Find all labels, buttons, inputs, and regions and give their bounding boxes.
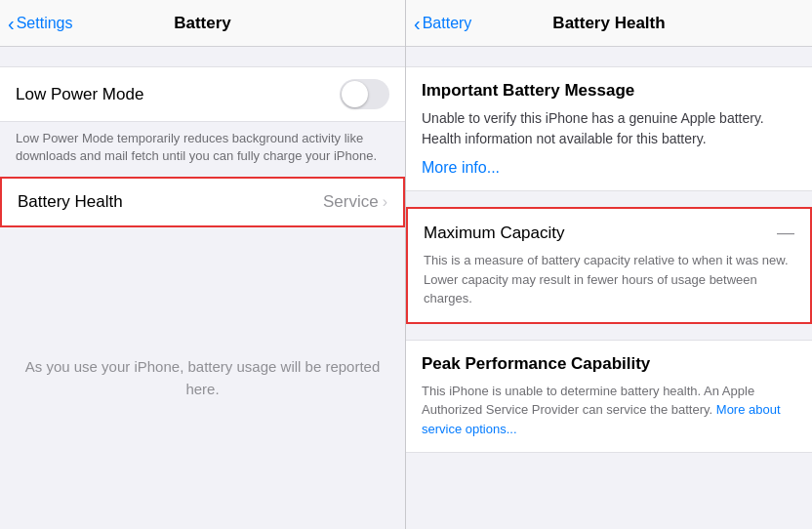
dash-icon: — [777, 223, 794, 243]
peak-performance-title: Peak Performance Capability [422, 354, 796, 374]
peak-text-before-link: This iPhone is unable to determine batte… [422, 384, 754, 418]
usage-text: As you use your iPhone, battery usage wi… [16, 356, 389, 400]
left-nav-bar: ‹ Settings Battery [0, 0, 405, 47]
back-chevron-icon: ‹ [414, 14, 421, 33]
left-panel: ‹ Settings Battery Low Power Mode Low Po… [0, 0, 406, 529]
maximum-capacity-text: This is a measure of battery capacity re… [424, 251, 794, 308]
low-power-row: Low Power Mode [0, 66, 405, 122]
back-label: Settings [17, 15, 73, 32]
back-chevron-icon: ‹ [8, 14, 15, 33]
low-power-section: Low Power Mode [0, 66, 405, 122]
service-label: Service [323, 192, 379, 212]
right-nav-bar: ‹ Battery Battery Health [406, 0, 812, 47]
low-power-description: Low Power Mode temporarily reduces backg… [0, 122, 405, 177]
low-power-toggle[interactable] [340, 79, 389, 109]
left-nav-title: Battery [174, 14, 231, 33]
back-label: Battery [423, 15, 472, 32]
battery-health-row[interactable]: Battery Health Service › [0, 177, 405, 227]
right-nav-title: Battery Health [552, 14, 665, 33]
battery-health-right: Service › [323, 192, 387, 212]
usage-area: As you use your iPhone, battery usage wi… [0, 227, 405, 529]
right-panel: ‹ Battery Battery Health Important Batte… [406, 0, 812, 529]
important-battery-title: Important Battery Message [422, 81, 796, 101]
battery-health-label: Battery Health [18, 192, 123, 212]
low-power-label: Low Power Mode [16, 85, 143, 104]
more-info-link[interactable]: More info... [422, 159, 500, 176]
important-battery-text: Unable to verify this iPhone has a genui… [422, 108, 796, 149]
maximum-capacity-header: Maximum Capacity — [424, 223, 794, 243]
important-battery-section: Important Battery Message Unable to veri… [406, 66, 812, 191]
settings-back-button[interactable]: ‹ Settings [8, 14, 72, 33]
peak-performance-text: This iPhone is unable to determine batte… [422, 382, 796, 439]
peak-performance-section: Peak Performance Capability This iPhone … [406, 340, 812, 454]
toggle-knob [342, 81, 368, 107]
chevron-right-icon: › [383, 193, 387, 211]
maximum-capacity-title: Maximum Capacity [424, 224, 565, 243]
maximum-capacity-section: Maximum Capacity — This is a measure of … [406, 207, 812, 324]
battery-back-button[interactable]: ‹ Battery [414, 14, 471, 33]
